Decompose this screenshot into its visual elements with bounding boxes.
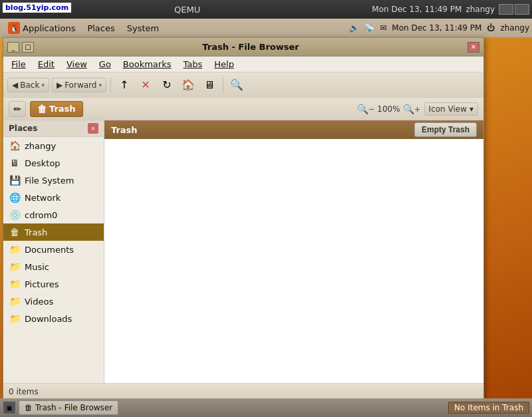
back-label: Back bbox=[20, 80, 39, 90]
sidebar: Places × 🏠 zhangy 🖥 Desktop 💾 File Syste… bbox=[3, 120, 104, 383]
help-menu[interactable]: Help bbox=[209, 58, 239, 70]
email-icon[interactable]: ✉ bbox=[380, 23, 386, 33]
view-select[interactable]: Icon View ▾ bbox=[424, 102, 478, 116]
item-count-label: 0 items bbox=[9, 387, 39, 396]
sidebar-item-cdrom[interactable]: 💿 cdrom0 bbox=[3, 206, 104, 223]
system-tray: 🔊 📡 ✉ Mon Dec 13, 11:49 PM ⏻ zhangy bbox=[349, 23, 529, 33]
music-icon: 📁 bbox=[9, 261, 21, 273]
status-bar: 0 items bbox=[3, 383, 483, 399]
file-content-area bbox=[104, 139, 483, 383]
file-browser-window: _ □ Trash - File Browser ✕ File Edit Vie… bbox=[3, 37, 484, 400]
forward-label: Forward bbox=[65, 80, 96, 90]
sidebar-item-label-zhangy: zhangy bbox=[25, 141, 56, 151]
sidebar-item-zhangy[interactable]: 🏠 zhangy bbox=[3, 137, 104, 154]
sidebar-item-label-videos: Videos bbox=[25, 297, 53, 307]
sidebar-item-label-cdrom: cdrom0 bbox=[25, 210, 57, 220]
network-icon[interactable]: 📡 bbox=[364, 23, 374, 33]
documents-icon: 📁 bbox=[9, 243, 21, 255]
toolbar-separator-2 bbox=[223, 77, 223, 93]
zoom-out-button[interactable]: 🔍− bbox=[357, 104, 374, 114]
places-label: Places bbox=[87, 23, 114, 33]
sidebar-close-button[interactable]: × bbox=[88, 123, 98, 134]
sidebar-item-videos[interactable]: 📁 Videos bbox=[3, 293, 104, 310]
sidebar-item-music[interactable]: 📁 Music bbox=[3, 258, 104, 275]
window-toolbar: ◀ Back ▾ ▶ Forward ▾ ↑ ✕ ↻ 🏠 🖥 🔍 bbox=[3, 72, 483, 98]
taskbar-app-icon[interactable]: ▣ bbox=[3, 401, 16, 414]
window-title: Trash - File Browser bbox=[37, 42, 465, 52]
zoom-in-button[interactable]: 🔍+ bbox=[403, 104, 420, 114]
blog-link[interactable]: blog.51yip.com bbox=[3, 3, 71, 13]
computer-button[interactable]: 🖥 bbox=[200, 76, 219, 94]
volume-icon[interactable]: 🔊 bbox=[349, 23, 359, 33]
system-label: System bbox=[127, 23, 159, 33]
window-titlebar: _ □ Trash - File Browser ✕ bbox=[3, 38, 483, 57]
tabs-menu[interactable]: Tabs bbox=[178, 58, 207, 70]
home-button[interactable]: 🏠 bbox=[179, 76, 198, 94]
sidebar-item-desktop[interactable]: 🖥 Desktop bbox=[3, 154, 104, 172]
applications-menu[interactable]: 🐧 Applications bbox=[3, 21, 80, 35]
sidebar-item-pictures[interactable]: 📁 Pictures bbox=[3, 275, 104, 293]
sidebar-item-label-downloads: Downloads bbox=[25, 314, 72, 324]
location-bar: ✏ 🗑 Trash 🔍− 100% 🔍+ Icon View ▾ bbox=[3, 98, 483, 120]
username-label: zhangy bbox=[466, 5, 495, 14]
sidebar-item-documents[interactable]: 📁 Documents bbox=[3, 241, 104, 258]
sidebar-item-network[interactable]: 🌐 Network bbox=[3, 189, 104, 206]
edit-icon: ✏ bbox=[13, 104, 21, 114]
applications-label: Applications bbox=[23, 23, 75, 33]
minimize-button[interactable]: _ bbox=[7, 42, 19, 53]
downloads-icon: 📁 bbox=[9, 313, 21, 325]
sidebar-item-label-documents: Documents bbox=[25, 245, 74, 255]
taskbar: ▣ 🗑 Trash - File Browser No Items in Tra… bbox=[0, 398, 532, 417]
back-chevron-icon: ▾ bbox=[41, 82, 45, 88]
power-icon[interactable]: ⏻ bbox=[487, 23, 495, 33]
edit-menu[interactable]: Edit bbox=[33, 58, 60, 70]
reload-button[interactable]: ↻ bbox=[158, 76, 176, 94]
view-menu[interactable]: View bbox=[61, 58, 92, 70]
sidebar-item-label-pictures: Pictures bbox=[25, 279, 59, 289]
home-icon: 🏠 bbox=[9, 140, 21, 152]
zoom-controls: 🔍− 100% 🔍+ bbox=[357, 104, 420, 114]
up-button[interactable]: ↑ bbox=[115, 76, 134, 94]
network-sidebar-icon: 🌐 bbox=[9, 192, 21, 204]
forward-button[interactable]: ▶ Forward ▾ bbox=[52, 78, 106, 92]
wm-maximize-btn[interactable] bbox=[515, 4, 529, 15]
cdrom-icon: 💿 bbox=[9, 209, 21, 221]
forward-icon: ▶ bbox=[57, 80, 63, 90]
system-menu[interactable]: System bbox=[122, 22, 164, 35]
search-button[interactable]: 🔍 bbox=[227, 76, 246, 94]
taskbar-trash-icon: 🗑 bbox=[25, 403, 33, 412]
sidebar-item-trash[interactable]: 🗑 Trash bbox=[3, 223, 104, 241]
empty-trash-button[interactable]: Empty Trash bbox=[414, 122, 477, 137]
stop-button[interactable]: ✕ bbox=[136, 76, 155, 94]
sidebar-item-label-music: Music bbox=[25, 262, 49, 272]
sidebar-item-label-desktop: Desktop bbox=[25, 158, 61, 168]
close-button[interactable]: ✕ bbox=[467, 42, 479, 53]
taskbar-file-browser-item[interactable]: 🗑 Trash - File Browser bbox=[19, 400, 118, 415]
wm-minimize-btn[interactable] bbox=[499, 4, 513, 15]
edit-location-button[interactable]: ✏ bbox=[9, 101, 26, 117]
top-panel: blog.51yip.com QEMU Mon Dec 13, 11:49 PM… bbox=[0, 0, 532, 19]
places-menu[interactable]: Places bbox=[82, 22, 120, 35]
app-menubar: 🐧 Applications Places System 🔊 📡 ✉ Mon D… bbox=[0, 19, 532, 37]
top-panel-right: Mon Dec 13, 11:49 PM zhangy bbox=[372, 4, 529, 15]
toolbar-separator bbox=[110, 77, 111, 93]
sidebar-item-label-filesystem: File System bbox=[25, 176, 74, 186]
sidebar-item-downloads[interactable]: 📁 Downloads bbox=[3, 310, 104, 327]
desktop-icon: 🖥 bbox=[9, 157, 21, 169]
sidebar-item-filesystem[interactable]: 💾 File System bbox=[3, 172, 104, 189]
ubuntu-icon: 🐧 bbox=[8, 22, 20, 34]
sidebar-header: Places × bbox=[3, 120, 104, 137]
wm-buttons bbox=[499, 4, 529, 15]
window-menubar: File Edit View Go Bookmarks Tabs Help bbox=[3, 57, 483, 72]
maximize-button[interactable]: □ bbox=[22, 42, 34, 53]
file-menu[interactable]: File bbox=[6, 58, 31, 70]
go-menu[interactable]: Go bbox=[94, 58, 116, 70]
back-button[interactable]: ◀ Back ▾ bbox=[7, 78, 49, 92]
taskbar-item-label: Trash - File Browser bbox=[35, 403, 112, 412]
user-label: zhangy bbox=[500, 23, 529, 33]
videos-icon: 📁 bbox=[9, 295, 21, 307]
trash-path-button[interactable]: 🗑 Trash bbox=[30, 101, 83, 117]
zoom-percent: 100% bbox=[376, 104, 400, 114]
file-area-title: Trash bbox=[111, 125, 138, 135]
bookmarks-menu[interactable]: Bookmarks bbox=[118, 58, 177, 70]
